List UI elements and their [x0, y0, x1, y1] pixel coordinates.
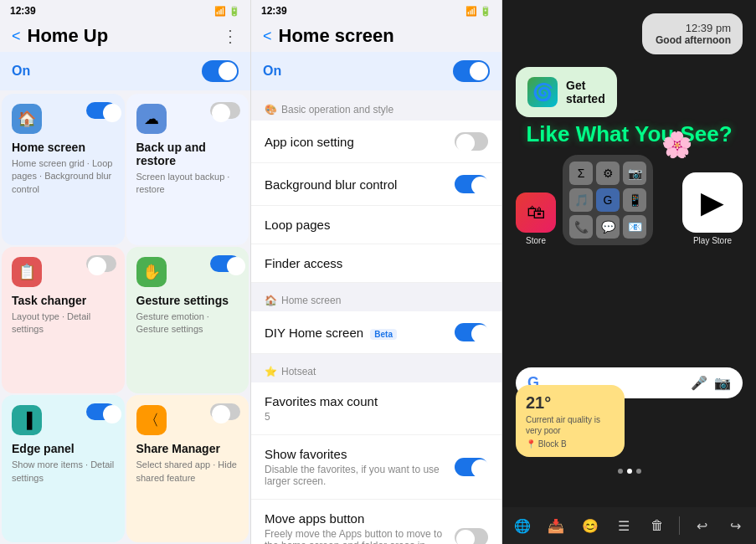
play-store-icon: ▶ [682, 172, 743, 233]
setting-favorites-max[interactable]: Favorites max count 5 [251, 382, 501, 435]
nav-bar-2: < Home screen [251, 20, 501, 52]
diy-home-title: DIY Home screen Beta [265, 326, 455, 340]
toggle-move-apps[interactable] [455, 528, 488, 544]
toggle-share-manager[interactable] [210, 403, 240, 420]
status-icons-2: 📶 🔋 [465, 6, 491, 17]
back-button-1[interactable]: < [12, 28, 21, 45]
status-icons-1: 📶 🔋 [214, 6, 240, 17]
edge-panel-title: Edge panel [12, 442, 115, 455]
nav-globe-icon[interactable]: 🌐 [511, 514, 534, 537]
setting-app-icon[interactable]: App icon setting [251, 121, 501, 163]
weather-temp: 21° [526, 393, 615, 413]
main-toggle-row-2: On [251, 52, 501, 90]
grid-item-gesture[interactable]: ✋ Gesture settings Gesture emotion · Ges… [126, 247, 249, 394]
wifi-icon-2: 📶 [465, 6, 477, 17]
toggle-home-screen[interactable] [86, 102, 116, 119]
grid-item-task-changer[interactable]: 📋 Task changer Layout type · Detail sett… [2, 247, 125, 394]
move-apps-sub: Freely move the Apps button to move to t… [265, 528, 455, 544]
page-title-1: Home Up [28, 25, 222, 47]
setting-bg-blur[interactable]: Background blur control [251, 163, 501, 206]
preview-greeting: Good afternoon [654, 34, 731, 46]
panel-home-screen: 12:39 📶 🔋 < Home screen On 🎨 Basic opera… [251, 0, 502, 544]
task-changer-desc: Layout type · Detail settings [12, 310, 115, 336]
app-grid-widget: Σ ⚙ 📷 🎵 G 📱 📞 💬 📧 [563, 155, 653, 245]
nav-delete-icon[interactable]: 🗑 [645, 514, 669, 537]
task-changer-title: Task changer [12, 294, 115, 307]
dot-1 [618, 469, 623, 474]
task-changer-icon: 📋 [12, 257, 42, 287]
backup-desc: Screen layout backup · restore [136, 171, 239, 197]
feature-grid: 🏠 Home screen Home screen grid · Loop pa… [0, 92, 250, 544]
dot-2 [627, 469, 632, 474]
grid-item-edge-panel[interactable]: ▐ Edge panel Show more items · Detail se… [2, 395, 125, 542]
share-manager-title: Share Manager [136, 442, 239, 455]
grid-item-share-manager[interactable]: 〈 Share Manager Select shared app · Hide… [126, 395, 249, 542]
app-dot-7: 📞 [569, 215, 593, 239]
bg-blur-title: Background blur control [265, 177, 455, 192]
nav-menu-icon[interactable]: ☰ [612, 514, 635, 537]
app-preview-area: 🛍 Store Σ ⚙ 📷 🎵 G 📱 📞 💬 📧 🌸 ▶ Play Sto [516, 155, 743, 245]
app-dot-9: 📧 [623, 215, 646, 239]
section-header-hotseat: ⭐ Hotseat [251, 354, 501, 382]
panel-preview: 12:39 pm Good afternoon 🌀 Getstarted Lik… [502, 0, 756, 544]
panel-home-up: 12:39 📶 🔋 < Home Up ⋮ On 🏠 Home screen H… [0, 0, 251, 544]
mic-icon: 🎤 [691, 375, 707, 391]
section-title-basic: Basic operation and style [281, 104, 393, 115]
nav-bar-1: < Home Up ⋮ [0, 20, 250, 52]
star-icon: ⭐ [265, 366, 277, 377]
page-dots [618, 469, 641, 474]
app-dot-3: 📷 [623, 162, 646, 185]
weather-desc: Current air quality is very poor [526, 414, 615, 436]
setting-move-apps[interactable]: Move apps button Freely move the Apps bu… [251, 500, 501, 544]
toggle-backup[interactable] [210, 102, 240, 119]
play-store-label: Play Store [693, 236, 732, 245]
beta-badge: Beta [370, 329, 397, 340]
toggle-bg-blur[interactable] [455, 175, 488, 193]
get-started-widget: 🌀 Getstarted [516, 67, 617, 117]
bottom-navigation: 🌐 📥 😊 ☰ 🗑 ↩ ↪ [502, 507, 756, 544]
main-toggle-1[interactable] [202, 60, 239, 82]
toggle-app-icon[interactable] [455, 132, 488, 151]
toggle-show-favorites[interactable] [455, 458, 488, 476]
battery-icon-2: 🔋 [480, 6, 491, 17]
setting-loop-pages[interactable]: Loop pages [251, 206, 501, 244]
home-screen-title: Home screen [12, 141, 115, 154]
like-text: Like What You See? [516, 121, 743, 147]
store-label: Store [526, 236, 546, 245]
finder-access-title: Finder access [265, 256, 488, 270]
toggle-label-2: On [263, 64, 281, 79]
weather-loc: 📍 Block B [526, 439, 615, 449]
toggle-diy-home[interactable] [455, 323, 488, 341]
show-favorites-title: Show favorites [265, 447, 455, 461]
setting-diy-home[interactable]: DIY Home screen Beta [251, 311, 501, 354]
home-icon-section: 🏠 [265, 295, 277, 306]
more-button-1[interactable]: ⋮ [222, 26, 239, 46]
gesture-desc: Gesture emotion · Gesture settings [136, 310, 239, 336]
grid-item-home-screen[interactable]: 🏠 Home screen Home screen grid · Loop pa… [2, 94, 125, 245]
dot-3 [636, 469, 641, 474]
toggle-edge-panel[interactable] [86, 403, 116, 420]
app-dot-1: Σ [569, 162, 593, 185]
nav-download-icon[interactable]: 📥 [544, 514, 568, 537]
nav-forward-icon[interactable]: ↪ [724, 514, 748, 537]
toggle-gesture[interactable] [210, 255, 240, 272]
toggle-task-changer[interactable] [86, 255, 116, 272]
toggle-label-1: On [12, 64, 30, 79]
setting-show-favorites[interactable]: Show favorites Disable the favorites, if… [251, 435, 501, 500]
store-app: 🛍 Store [516, 192, 556, 245]
nav-emoji-icon[interactable]: 😊 [579, 514, 602, 537]
setting-finder-access[interactable]: Finder access [251, 244, 501, 283]
favorites-max-sub: 5 [265, 411, 488, 423]
section-header-home: 🏠 Home screen [251, 283, 501, 311]
palette-icon: 🎨 [265, 104, 277, 115]
app-dot-6: 📱 [623, 188, 646, 212]
nav-back-icon[interactable]: ↩ [691, 514, 714, 537]
grid-item-backup[interactable]: ☁ Back up and restore Screen layout back… [126, 94, 249, 245]
main-toggle-2[interactable] [453, 60, 490, 82]
backup-title: Back up and restore [136, 141, 239, 167]
wifi-icon: 📶 [214, 6, 226, 17]
time-1: 12:39 [10, 5, 36, 17]
page-title-2: Home screen [279, 25, 490, 47]
section-title-home: Home screen [281, 295, 341, 306]
back-button-2[interactable]: < [263, 28, 272, 45]
